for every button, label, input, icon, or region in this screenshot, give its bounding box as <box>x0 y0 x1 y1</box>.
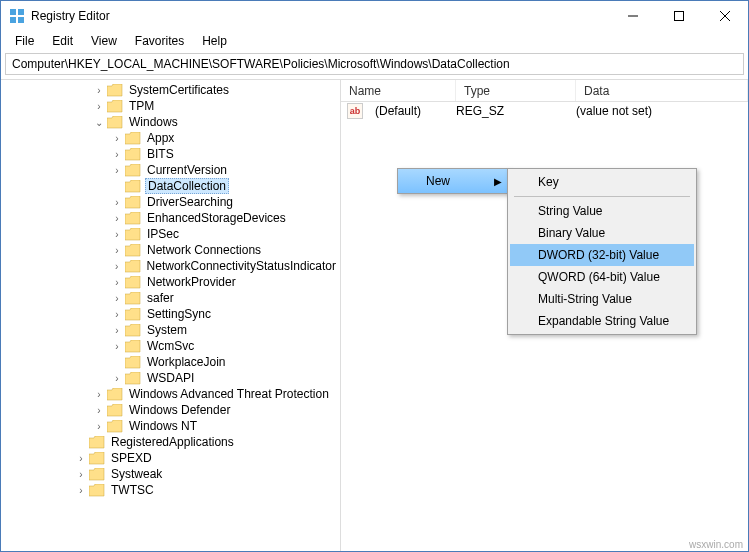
submenu-string-value[interactable]: String Value <box>510 200 694 222</box>
folder-icon <box>125 244 141 257</box>
menu-file[interactable]: File <box>7 32 42 50</box>
tree-node[interactable]: ›Windows NT <box>91 418 340 434</box>
tree-node[interactable]: ›TWTSC <box>73 482 340 498</box>
expand-icon[interactable]: › <box>111 149 123 160</box>
tree-node[interactable]: ›DriverSearching <box>109 194 340 210</box>
tree-node[interactable]: ›safer <box>109 290 340 306</box>
expand-icon[interactable]: › <box>93 101 105 112</box>
expand-icon[interactable]: › <box>111 373 123 384</box>
tree-node[interactable]: ›Windows Advanced Threat Protection <box>91 386 340 402</box>
expand-icon[interactable]: › <box>111 341 123 352</box>
folder-icon <box>125 260 141 273</box>
titlebar[interactable]: Registry Editor <box>1 1 748 31</box>
tree-node[interactable]: ›SPEXD <box>73 450 340 466</box>
menu-view[interactable]: View <box>83 32 125 50</box>
tree-label: NetworkProvider <box>145 275 238 289</box>
context-menu-new[interactable]: New ▶ <box>398 169 508 193</box>
expand-icon[interactable]: › <box>75 453 87 464</box>
app-icon <box>9 8 25 24</box>
tree-label: SystemCertificates <box>127 83 231 97</box>
expand-icon[interactable]: › <box>111 261 123 272</box>
submenu-binary-value[interactable]: Binary Value <box>510 222 694 244</box>
col-name[interactable]: Name <box>341 80 456 101</box>
value-name: (Default) <box>367 104 448 118</box>
submenu-key[interactable]: Key <box>510 171 694 193</box>
expand-icon[interactable]: › <box>111 245 123 256</box>
value-data: (value not set) <box>568 104 748 118</box>
collapse-icon[interactable]: ⌄ <box>93 117 105 128</box>
expand-icon[interactable]: › <box>93 85 105 96</box>
value-list-pane[interactable]: Name Type Data ab (Default) REG_SZ (valu… <box>341 80 748 551</box>
expand-icon[interactable]: › <box>111 133 123 144</box>
tree-node[interactable]: ⌄Windows <box>91 114 340 130</box>
string-value-icon: ab <box>347 103 363 119</box>
address-bar[interactable]: Computer\HKEY_LOCAL_MACHINE\SOFTWARE\Pol… <box>5 53 744 75</box>
expand-icon[interactable]: › <box>93 389 105 400</box>
tree-node[interactable]: ›NetworkProvider <box>109 274 340 290</box>
expand-icon[interactable]: › <box>111 165 123 176</box>
tree-node[interactable]: ›SettingSync <box>109 306 340 322</box>
tree-label: safer <box>145 291 176 305</box>
expand-icon[interactable]: › <box>75 485 87 496</box>
folder-icon <box>125 132 141 145</box>
tree-node[interactable]: ›WSDAPI <box>109 370 340 386</box>
value-type: REG_SZ <box>448 104 568 118</box>
expand-icon[interactable]: › <box>93 405 105 416</box>
tree-label: Windows NT <box>127 419 199 433</box>
tree-node[interactable]: WorkplaceJoin <box>109 354 340 370</box>
tree-pane[interactable]: ›SystemCertificates›TPM⌄Windows›Appx›BIT… <box>1 80 341 551</box>
svg-rect-5 <box>675 12 684 21</box>
expand-icon[interactable]: › <box>111 229 123 240</box>
submenu-expandable-string-value[interactable]: Expandable String Value <box>510 310 694 332</box>
tree-node[interactable]: ›Network Connections <box>109 242 340 258</box>
tree-node[interactable]: RegisteredApplications <box>73 434 340 450</box>
tree-node[interactable]: ›Systweak <box>73 466 340 482</box>
registry-tree: ›SystemCertificates›TPM⌄Windows›Appx›BIT… <box>1 82 340 498</box>
close-button[interactable] <box>702 1 748 31</box>
expand-icon[interactable]: › <box>111 213 123 224</box>
list-row[interactable]: ab (Default) REG_SZ (value not set) <box>341 102 748 120</box>
address-text: Computer\HKEY_LOCAL_MACHINE\SOFTWARE\Pol… <box>12 57 510 71</box>
tree-label: TPM <box>127 99 156 113</box>
col-data[interactable]: Data <box>576 80 748 101</box>
tree-node[interactable]: ›Windows Defender <box>91 402 340 418</box>
submenu-multistring-value[interactable]: Multi-String Value <box>510 288 694 310</box>
minimize-button[interactable] <box>610 1 656 31</box>
tree-node[interactable]: ›System <box>109 322 340 338</box>
col-type[interactable]: Type <box>456 80 576 101</box>
expand-icon[interactable]: › <box>75 469 87 480</box>
folder-icon <box>125 356 141 369</box>
expand-icon[interactable]: › <box>111 325 123 336</box>
tree-label: Windows Defender <box>127 403 232 417</box>
menu-help[interactable]: Help <box>194 32 235 50</box>
tree-label: WcmSvc <box>145 339 196 353</box>
tree-node[interactable]: ›Appx <box>109 130 340 146</box>
folder-icon <box>125 164 141 177</box>
tree-node[interactable]: ›NetworkConnectivityStatusIndicator <box>109 258 340 274</box>
submenu-dword-value[interactable]: DWORD (32-bit) Value <box>510 244 694 266</box>
tree-node[interactable]: ›SystemCertificates <box>91 82 340 98</box>
expand-icon[interactable]: › <box>111 293 123 304</box>
tree-label: Windows <box>127 115 180 129</box>
maximize-button[interactable] <box>656 1 702 31</box>
tree-node[interactable]: ›BITS <box>109 146 340 162</box>
expand-icon[interactable]: › <box>111 277 123 288</box>
expand-icon[interactable]: › <box>111 309 123 320</box>
tree-node[interactable]: ›IPSec <box>109 226 340 242</box>
folder-icon <box>89 484 105 497</box>
tree-node[interactable]: ›CurrentVersion <box>109 162 340 178</box>
expand-icon[interactable]: › <box>111 197 123 208</box>
tree-node[interactable]: DataCollection <box>109 178 340 194</box>
tree-label: WorkplaceJoin <box>145 355 227 369</box>
tree-label: DataCollection <box>145 178 229 194</box>
expand-icon[interactable]: › <box>93 421 105 432</box>
tree-node[interactable]: ›EnhancedStorageDevices <box>109 210 340 226</box>
menu-edit[interactable]: Edit <box>44 32 81 50</box>
tree-label: EnhancedStorageDevices <box>145 211 288 225</box>
tree-label: Network Connections <box>145 243 263 257</box>
tree-label: NetworkConnectivityStatusIndicator <box>145 259 338 273</box>
tree-node[interactable]: ›TPM <box>91 98 340 114</box>
menu-favorites[interactable]: Favorites <box>127 32 192 50</box>
tree-node[interactable]: ›WcmSvc <box>109 338 340 354</box>
submenu-qword-value[interactable]: QWORD (64-bit) Value <box>510 266 694 288</box>
